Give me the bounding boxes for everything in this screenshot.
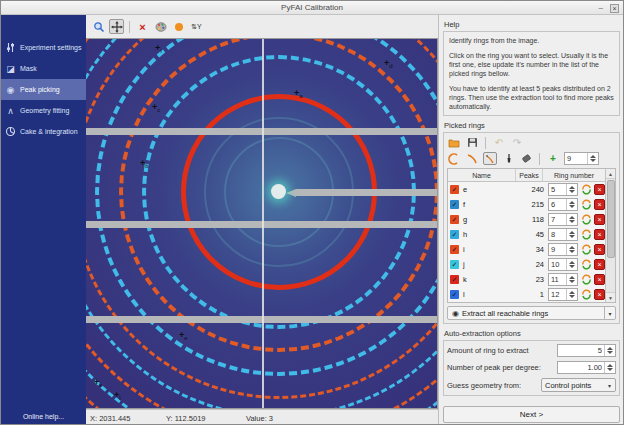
ring-number-spinbox[interactable]: 8 xyxy=(548,228,578,241)
column-header-ring-number[interactable]: Ring number xyxy=(543,169,605,181)
ring-delete-button[interactable]: × xyxy=(594,184,605,195)
ring-extract-icon[interactable] xyxy=(580,229,592,241)
ring-extract-icon[interactable] xyxy=(580,199,592,211)
amount-of-rings-label: Amount of ring to extract xyxy=(447,346,557,355)
ring-extract-icon[interactable] xyxy=(580,244,592,256)
ring-number-spinbox[interactable]: 7 xyxy=(548,213,578,226)
check-icon: ✓ xyxy=(452,275,458,284)
peak-marker: +d xyxy=(384,59,393,70)
ring-visibility-checkbox[interactable]: ✓ xyxy=(450,215,459,224)
table-row[interactable]: ✓ k 23 11 × xyxy=(448,272,605,287)
table-scrollbar[interactable]: ▲ ▼ xyxy=(605,169,615,302)
spin-arrows[interactable] xyxy=(604,362,615,373)
colormap-icon[interactable] xyxy=(153,19,168,34)
sidebar-item-experiment-settings[interactable]: Experiment settings xyxy=(1,37,86,58)
ring-number-spinbox[interactable]: 6 xyxy=(548,198,578,211)
sidebar-item-cake-integration[interactable]: Cake & integration xyxy=(1,121,86,142)
ring-delete-button[interactable]: × xyxy=(594,214,605,225)
add-ring-icon[interactable]: + xyxy=(546,152,560,165)
spin-arrows[interactable] xyxy=(566,289,577,300)
full-ring-tool-icon[interactable] xyxy=(447,152,461,165)
ring-delete-button[interactable]: × xyxy=(594,289,605,300)
guess-geometry-combobox[interactable]: Control points ▾ xyxy=(541,378,616,392)
open-file-icon[interactable] xyxy=(447,136,461,149)
save-icon[interactable] xyxy=(465,136,479,149)
redo-icon[interactable]: ↷ xyxy=(510,136,524,149)
ring-number-spinbox[interactable]: 5 xyxy=(548,183,578,196)
ring-extract-icon[interactable] xyxy=(580,259,592,271)
ring-peaks-count: 118 xyxy=(524,215,548,224)
toolbar-separator xyxy=(129,21,130,33)
extract-all-rings-button[interactable]: ◉ Extract all reachable rings ▾ xyxy=(447,306,616,320)
scroll-down-icon[interactable]: ▼ xyxy=(606,292,615,302)
extract-dropdown-icon[interactable]: ▾ xyxy=(604,307,615,319)
ring-visibility-checkbox[interactable]: ✓ xyxy=(450,245,459,254)
ring-delete-button[interactable]: × xyxy=(594,274,605,285)
spin-arrows[interactable] xyxy=(566,214,577,225)
ring-number-spinbox[interactable]: 9 xyxy=(548,243,578,256)
sidebar-item-peak-picking[interactable]: ◉ Peak picking xyxy=(1,79,86,100)
ring-number-spinbox[interactable]: 10 xyxy=(548,258,578,271)
eraser-tool-icon[interactable] xyxy=(519,152,533,165)
sidebar-item-mask[interactable]: ◪ Mask xyxy=(1,58,86,79)
geometry-icon: ∧ xyxy=(5,105,16,116)
ring-delete-button[interactable]: × xyxy=(594,244,605,255)
spin-arrows[interactable] xyxy=(587,153,598,164)
ring-number-spinbox[interactable]: 11 xyxy=(548,273,578,286)
table-row[interactable]: ✓ f 215 6 × xyxy=(448,197,605,212)
ring-visibility-checkbox[interactable]: ✓ xyxy=(450,185,459,194)
scroll-up-icon[interactable]: ▲ xyxy=(606,169,615,179)
undo-icon[interactable]: ↶ xyxy=(492,136,506,149)
amount-of-rings-spinbox[interactable]: 5 xyxy=(557,344,616,357)
spin-arrows[interactable] xyxy=(566,184,577,195)
spin-arrows[interactable] xyxy=(566,274,577,285)
ring-visibility-checkbox[interactable]: ✓ xyxy=(450,230,459,239)
spin-arrows[interactable] xyxy=(566,244,577,255)
table-row[interactable]: ✓ h 45 8 × xyxy=(448,227,605,242)
zoom-icon[interactable] xyxy=(91,19,106,34)
sidebar-item-geometry-fitting[interactable]: ∧ Geometry fitting xyxy=(1,100,86,121)
table-row[interactable]: ✓ l 1 12 × xyxy=(448,287,605,302)
table-row[interactable]: ✓ i 34 9 × xyxy=(448,242,605,257)
peaks-per-degree-spinbox[interactable]: 1.00 xyxy=(557,361,616,374)
ring-extract-icon[interactable] xyxy=(580,184,592,196)
spin-arrows[interactable] xyxy=(566,199,577,210)
ring-visibility-checkbox[interactable]: ✓ xyxy=(450,200,459,209)
spin-arrows[interactable] xyxy=(604,345,615,356)
y-axis-direction-icon[interactable]: ⇅Y xyxy=(189,19,204,34)
crosshair-icon[interactable]: × xyxy=(135,19,150,34)
table-row[interactable]: ✓ e 240 5 × xyxy=(448,182,605,197)
peak-marker: +l xyxy=(114,391,121,402)
auto-extraction-group: Amount of ring to extract 5 Number of pe… xyxy=(443,340,620,396)
ring-extract-icon[interactable] xyxy=(580,214,592,226)
ring-number-spinbox[interactable]: 12 xyxy=(548,288,578,301)
ring-delete-button[interactable]: × xyxy=(594,199,605,210)
ring-visibility-checkbox[interactable]: ✓ xyxy=(450,260,459,269)
ring-visibility-checkbox[interactable]: ✓ xyxy=(450,290,459,299)
ring-delete-button[interactable]: × xyxy=(594,259,605,270)
arc-tool-icon[interactable] xyxy=(465,152,479,165)
minimize-button[interactable]: – xyxy=(599,1,603,15)
spin-arrows[interactable] xyxy=(566,259,577,270)
ring-extract-icon[interactable] xyxy=(580,274,592,286)
table-row[interactable]: ✓ j 24 10 × xyxy=(448,257,605,272)
brush-tool-icon[interactable] xyxy=(501,152,515,165)
scroll-thumb[interactable] xyxy=(607,180,615,258)
next-button[interactable]: Next > xyxy=(443,406,620,423)
new-ring-number-spinbox[interactable]: 9 xyxy=(564,152,599,165)
column-header-name[interactable]: Name xyxy=(448,169,516,181)
diffraction-image[interactable]: +a +b +c +d +e +f +k +l xyxy=(86,38,438,409)
ring-extract-icon[interactable] xyxy=(580,289,592,301)
pan-icon[interactable] xyxy=(109,19,124,34)
table-row[interactable]: ✓ g 118 7 × xyxy=(448,212,605,227)
peak-arc-tool-icon[interactable] xyxy=(483,152,497,165)
ring-visibility-checkbox[interactable]: ✓ xyxy=(450,275,459,284)
column-header-peaks[interactable]: Peaks xyxy=(516,169,543,181)
spin-arrows[interactable] xyxy=(566,229,577,240)
online-help-link[interactable]: Online help... xyxy=(1,407,86,425)
marker-symbol-icon[interactable] xyxy=(171,19,186,34)
ring-name: j xyxy=(459,260,524,269)
peak-marker: +c xyxy=(152,103,160,114)
close-button[interactable]: × xyxy=(610,4,619,13)
ring-delete-button[interactable]: × xyxy=(594,229,605,240)
